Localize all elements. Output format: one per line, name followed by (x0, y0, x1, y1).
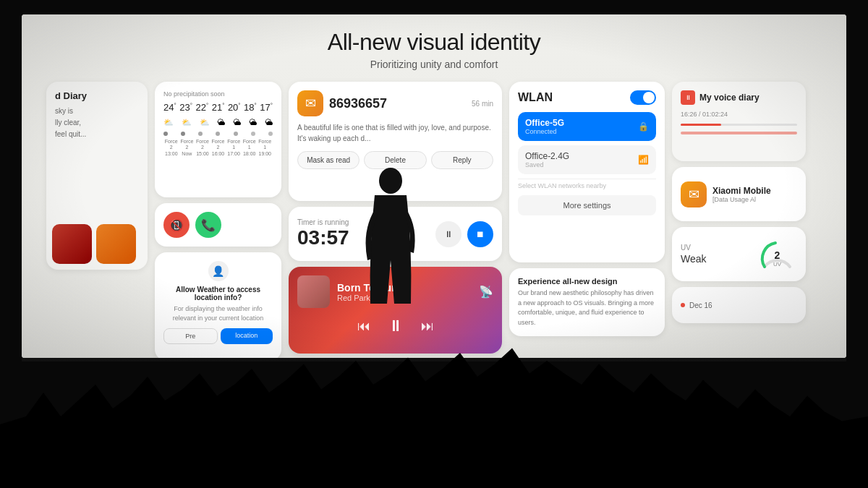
uv-level: Weak (681, 253, 707, 265)
xiaomi-title: Xiaomi Mobile (712, 186, 771, 196)
location-title: Allow Weather to access location info? (163, 286, 273, 301)
location-card: 👤 Allow Weather to access location info?… (155, 252, 281, 358)
uv-card: UV Weak 2 UV (672, 227, 806, 281)
decline-button[interactable]: 📵 (163, 212, 190, 238)
timer-label: Timer is running (297, 218, 349, 226)
wlan-more-btn[interactable]: More settings (518, 195, 656, 215)
info-title: Experience all-new design (518, 277, 656, 286)
weather-no-precip: No precipitation soon (163, 90, 273, 98)
stage-left (0, 0, 22, 488)
message-body: A beautiful life is one that is filled w… (297, 122, 493, 144)
wifi-icon: 📶 (638, 155, 649, 165)
message-number: 86936657 (329, 96, 387, 111)
stage: All-new visual identity Prioritizing uni… (0, 0, 868, 488)
weather-card: No precipitation soon 24° 23° 22° (155, 82, 281, 197)
timer-stop-btn[interactable]: ⏹ (467, 221, 493, 247)
mask-read-btn[interactable]: Mask as read (297, 151, 359, 169)
message-time: 56 min (472, 100, 493, 108)
date-label: Dec 16 (689, 301, 712, 309)
stage-right (846, 0, 868, 488)
wlan-title: WLAN (518, 91, 553, 104)
wlan-network1-status: Connected (525, 128, 564, 135)
timer-pause-btn[interactable]: ⏸ (435, 221, 461, 247)
svg-point-0 (379, 168, 402, 194)
xiaomi-subtitle: [Data Usage Al (712, 196, 771, 203)
location-text: For displaying the weather info relevant… (163, 304, 273, 322)
cast-icon[interactable]: 📡 (479, 285, 493, 299)
xiaomi-card: ✉ Xiaomi Mobile [Data Usage Al (672, 167, 806, 221)
reply-btn[interactable]: Reply (431, 151, 493, 169)
uv-unit: UV (773, 260, 781, 267)
wlan-network2[interactable]: Office-2.4G Saved 📶 (518, 145, 656, 174)
location-confirm-btn[interactable]: location (221, 328, 273, 344)
info-text: Our brand new aesthetic philosophy has d… (518, 288, 656, 328)
date-dot (681, 303, 685, 307)
uv-label: UV (681, 244, 707, 252)
date-card: Dec 16 (672, 287, 806, 323)
wlan-toggle[interactable] (630, 90, 656, 105)
accept-button[interactable]: 📞 (195, 212, 221, 238)
wlan-card: WLAN Office-5G Connected � (509, 82, 665, 262)
slide-title: All-new visual identity (39, 29, 829, 56)
diary-title: d Diary (55, 90, 139, 101)
voice-title: My voice diary (699, 93, 760, 103)
voice-diary-card: ⏸ My voice diary 16:26 / 01:02:24 (672, 82, 806, 161)
presentation-screen: All-new visual identity Prioritizing uni… (22, 14, 846, 358)
diary-card: d Diary sky is lly clear, feel quit... (46, 82, 148, 270)
wlan-nearby: Select WLAN networks nearby (518, 179, 656, 192)
wlan-network2-status: Saved (525, 161, 569, 168)
location-icon: 👤 (208, 261, 229, 281)
message-icon: ✉ (297, 90, 323, 116)
presenter-figure (354, 159, 427, 347)
diary-text-2: lly clear, (55, 117, 139, 129)
wlan-network1[interactable]: Office-5G Connected 🔒 (518, 112, 656, 141)
timer-value: 03:57 (297, 226, 349, 249)
uv-value: 2 (773, 249, 781, 260)
voice-pause-icon: ⏸ (681, 90, 695, 105)
wlan-network1-name: Office-5G (525, 118, 564, 128)
slide-subtitle: Prioritizing unity and comfort (39, 59, 829, 70)
location-cancel-btn[interactable]: Pre (163, 328, 218, 344)
diary-text-3: feel quit... (55, 129, 139, 140)
uv-gauge: 2 UV (757, 234, 797, 274)
screen-content: All-new visual identity Prioritizing uni… (22, 14, 846, 358)
voice-progress-fill (681, 124, 721, 126)
xiaomi-icon: ✉ (681, 181, 707, 207)
phone-card: 📵 📞 (155, 203, 281, 247)
wlan-network2-name: Office-2.4G (525, 151, 569, 161)
lock-icon: 🔒 (638, 121, 649, 132)
voice-time: 16:26 / 01:02:24 (681, 111, 797, 118)
diary-text-1: sky is (55, 106, 139, 117)
info-card: Experience all-new design Our brand new … (509, 268, 665, 336)
